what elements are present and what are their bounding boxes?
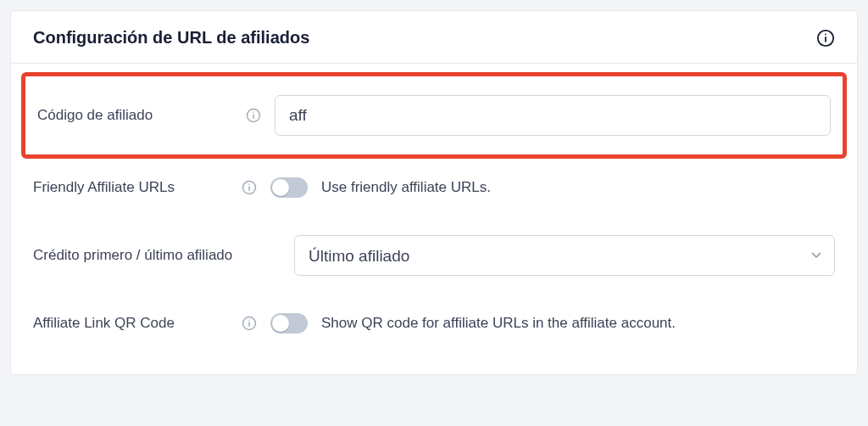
card-title: Configuración de URL de afiliados	[33, 28, 309, 48]
credit-label: Crédito primero / último afiliado	[33, 247, 232, 264]
qr-code-toggle[interactable]	[270, 313, 308, 334]
card-header: Configuración de URL de afiliados	[11, 11, 857, 64]
select-wrap: Último afiliado	[294, 235, 835, 276]
qr-code-label: Affiliate Link QR Code	[33, 315, 175, 332]
affiliate-code-input[interactable]	[275, 95, 831, 136]
svg-point-8	[248, 184, 250, 186]
row-affiliate-code: Código de afiliado	[21, 72, 847, 159]
row-credit: Crédito primero / último afiliado Último…	[33, 216, 835, 294]
label-col: Código de afiliado	[37, 107, 275, 124]
card-body: Código de afiliado Friendly Affiliate UR…	[11, 64, 857, 374]
control-col: Use friendly affiliate URLs.	[270, 177, 835, 198]
info-icon[interactable]	[242, 180, 257, 195]
control-col	[275, 95, 831, 136]
credit-select[interactable]: Último afiliado	[294, 235, 835, 276]
info-icon[interactable]	[246, 108, 261, 123]
toggle-knob	[272, 315, 289, 332]
label-col: Friendly Affiliate URLs	[33, 179, 270, 196]
label-col: Affiliate Link QR Code	[33, 315, 270, 332]
friendly-urls-label: Friendly Affiliate URLs	[33, 179, 175, 196]
qr-code-help: Show QR code for affiliate URLs in the a…	[321, 315, 676, 332]
settings-card: Configuración de URL de afiliados Código…	[10, 10, 858, 375]
control-col: Último afiliado	[294, 235, 835, 276]
info-icon[interactable]	[242, 316, 257, 331]
control-col: Show QR code for affiliate URLs in the a…	[270, 313, 835, 334]
svg-point-11	[248, 320, 250, 322]
svg-point-5	[253, 112, 254, 114]
label-col: Crédito primero / último afiliado	[33, 247, 294, 264]
row-qr-code: Affiliate Link QR Code Show QR code for …	[33, 294, 835, 352]
row-friendly-urls: Friendly Affiliate URLs Use friendly aff…	[33, 159, 835, 216]
affiliate-code-label: Código de afiliado	[37, 107, 153, 124]
toggle-knob	[272, 179, 289, 196]
friendly-urls-help: Use friendly affiliate URLs.	[321, 179, 491, 196]
info-icon[interactable]	[816, 29, 835, 48]
friendly-urls-toggle[interactable]	[270, 177, 308, 198]
svg-point-2	[825, 33, 826, 35]
